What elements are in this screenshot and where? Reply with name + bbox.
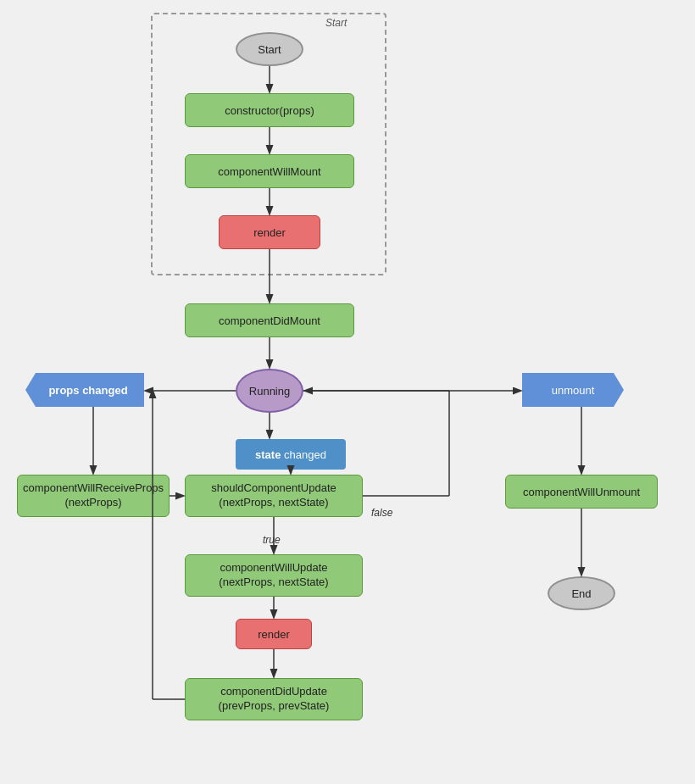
state-changed-node: state changed [236,439,346,470]
server-render-label: Start [325,17,347,29]
component-will-unmount-node: componentWillUnmount [505,475,658,509]
constructor-node: constructor(props) [185,93,354,127]
render2-node: render [236,619,312,649]
component-will-receive-props-node: componentWillReceiveProps (nextProps) [17,475,170,517]
render1-node: render [219,215,320,249]
end-node: End [548,576,615,610]
props-changed-node: props changed [25,373,144,407]
false-label: false [371,507,392,519]
start-node: Start [236,32,303,66]
unmount-node: unmount [522,373,624,407]
component-did-update-node: componentDidUpdate (prevProps, prevState… [185,678,363,720]
component-will-update-node: componentWillUpdate (nextProps, nextStat… [185,554,363,597]
lifecycle-diagram: Start Start constructor(props) component… [0,0,695,784]
running-node: Running [236,369,303,413]
true-label: true [263,534,281,546]
should-component-update-node: shouldComponentUpdate (nextProps, nextSt… [185,475,363,517]
component-will-mount-node: componentWillMount [185,154,354,188]
component-did-mount-node: componentDidMount [185,303,354,337]
